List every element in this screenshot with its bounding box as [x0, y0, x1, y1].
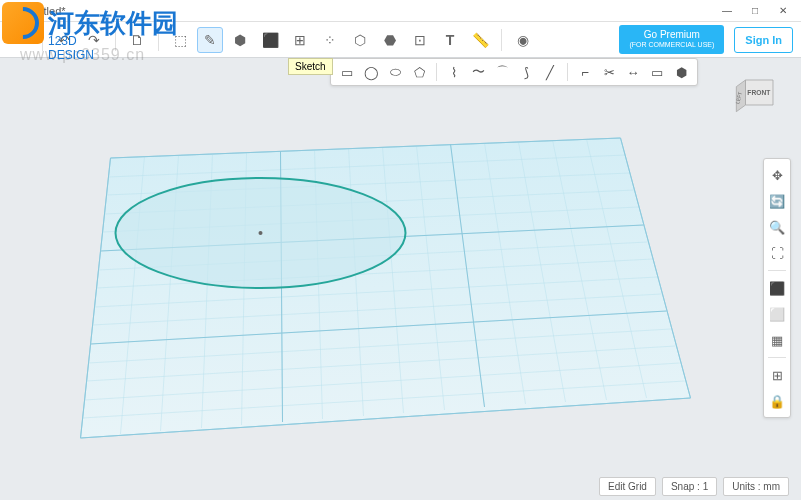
app-menu-button[interactable]: ≡	[8, 27, 34, 53]
grid-plane	[0, 58, 801, 478]
wireframe-button[interactable]: ⬜	[765, 302, 789, 326]
close-button[interactable]: ✕	[769, 1, 797, 21]
grid-toggle-button[interactable]: ⊞	[765, 363, 789, 387]
navigation-panel: ✥ 🔄 🔍 ⛶ ⬛ ⬜ ▦ ⊞ 🔒	[763, 158, 791, 418]
viewport-3d[interactable]: FRONT LEFT ✥ 🔄 🔍 ⛶ ⬛ ⬜ ▦ ⊞ 🔒	[0, 58, 801, 478]
trim-tool[interactable]: ✂	[599, 62, 619, 82]
extend-tool[interactable]: ↔	[623, 62, 643, 82]
go-premium-sublabel: (FOR COMMERCIAL USE)	[629, 41, 714, 49]
pan-button[interactable]: ✥	[765, 163, 789, 187]
text-button[interactable]: T	[437, 27, 463, 53]
modify-button[interactable]: ⊞	[287, 27, 313, 53]
construct-button[interactable]: ⬛	[257, 27, 283, 53]
snap-control[interactable]: Snap : 1	[662, 477, 717, 496]
minimize-button[interactable]: —	[713, 1, 741, 21]
viewcube[interactable]: FRONT LEFT	[733, 70, 783, 120]
polyline-tool[interactable]: ⌇	[444, 62, 464, 82]
snap-button[interactable]: ⊡	[407, 27, 433, 53]
outline-button[interactable]: ▦	[765, 328, 789, 352]
line-tool[interactable]: ╱	[540, 62, 560, 82]
primitive-button[interactable]: ⬢	[227, 27, 253, 53]
sketch-tooltip: Sketch	[288, 58, 333, 75]
main-toolbar: ≡ ↶ ↷ 🗋 ⬚ ✎ ⬢ ⬛ ⊞ ⁘ ⬡ ⬣ ⊡ T 📏 ◉ Go Premi…	[0, 22, 801, 58]
edit-grid-button[interactable]: Edit Grid	[599, 477, 656, 496]
viewcube-front: FRONT	[747, 89, 770, 96]
svg-point-41	[259, 231, 263, 235]
spline-tool[interactable]: 〜	[468, 62, 488, 82]
app-icon	[4, 4, 18, 18]
arc3p-tool[interactable]: ⟆	[516, 62, 536, 82]
sign-in-button[interactable]: Sign In	[734, 27, 793, 53]
redo-button[interactable]: ↷	[81, 27, 107, 53]
go-premium-label: Go Premium	[644, 29, 700, 40]
offset-tool[interactable]: ▭	[647, 62, 667, 82]
ellipse-tool[interactable]: ⬭	[385, 62, 405, 82]
fillet-tool[interactable]: ⌐	[575, 62, 595, 82]
polygon-tool[interactable]: ⬠	[409, 62, 429, 82]
material-button[interactable]: ◉	[510, 27, 536, 53]
undo-button[interactable]: ↶	[51, 27, 77, 53]
zoom-button[interactable]: 🔍	[765, 215, 789, 239]
pattern-button[interactable]: ⁘	[317, 27, 343, 53]
shaded-button[interactable]: ⬛	[765, 276, 789, 300]
circle-tool[interactable]: ◯	[361, 62, 381, 82]
orbit-button[interactable]: 🔄	[765, 189, 789, 213]
arc2p-tool[interactable]: ⌒	[492, 62, 512, 82]
project-tool[interactable]: ⬢	[671, 62, 691, 82]
status-bar: Edit Grid Snap : 1 Units : mm	[599, 477, 789, 496]
new-button[interactable]: 🗋	[124, 27, 150, 53]
sketch-button[interactable]: ✎	[197, 27, 223, 53]
lock-button[interactable]: 🔒	[765, 389, 789, 413]
go-premium-button[interactable]: Go Premium (FOR COMMERCIAL USE)	[619, 25, 724, 53]
window-title: Untitled*	[24, 5, 713, 17]
fit-button[interactable]: ⛶	[765, 241, 789, 265]
maximize-button[interactable]: □	[741, 1, 769, 21]
sketch-subtoolbar: ▭ ◯ ⬭ ⬠ ⌇ 〜 ⌒ ⟆ ╱ ⌐ ✂ ↔ ▭ ⬢	[330, 58, 698, 86]
grouping-button[interactable]: ⬡	[347, 27, 373, 53]
transform-button[interactable]: ⬚	[167, 27, 193, 53]
combine-button[interactable]: ⬣	[377, 27, 403, 53]
rectangle-tool[interactable]: ▭	[337, 62, 357, 82]
measure-button[interactable]: 📏	[467, 27, 493, 53]
titlebar: Untitled* — □ ✕	[0, 0, 801, 22]
units-control[interactable]: Units : mm	[723, 477, 789, 496]
